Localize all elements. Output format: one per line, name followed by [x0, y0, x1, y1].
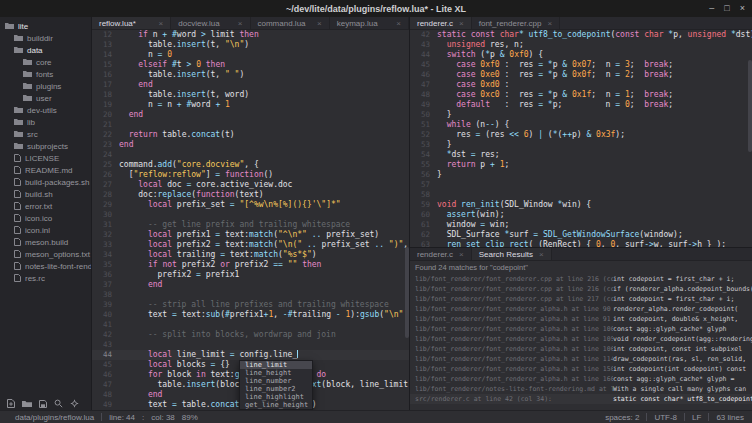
open-folder-button[interactable] [22, 394, 32, 412]
close-icon[interactable]: × [547, 19, 552, 28]
code-line-48[interactable]: 48 case 0xc0 : res = *p & 0x1f; n = 1; b… [410, 90, 752, 100]
tree-item-build.sh[interactable]: build.sh [0, 188, 91, 200]
code-line-43[interactable]: 43 unsigned res, n; [410, 40, 752, 50]
tab-renderer.c[interactable]: renderer.c× [410, 248, 472, 260]
search-result-row[interactable]: lib/font_renderer/font_renderer_alpha.h … [410, 314, 752, 324]
code-line-37[interactable]: 37 end [92, 280, 409, 290]
code-line-52[interactable]: 52 res = (res << 6) | (*(++p) & 0x3f); [410, 130, 752, 140]
search-result-row[interactable]: lib/font_renderer/font_renderer.cpp at l… [410, 274, 752, 284]
close-icon[interactable]: × [159, 19, 164, 28]
search-result-row[interactable]: lib/font_renderer/font_renderer_alpha.h … [410, 304, 752, 314]
maximize-button[interactable]: □ [724, 4, 729, 13]
tree-item-user[interactable]: user [0, 92, 91, 104]
code-line-39[interactable]: 39 -- strip all line prefixes and traili… [92, 300, 409, 310]
search-result-row[interactable]: lib/font_renderer/font_renderer.cpp at l… [410, 294, 752, 304]
tree-item-lite[interactable]: lite [0, 20, 91, 32]
search-result-row[interactable]: src/renderer.c at line 42 (col 34): stat… [410, 394, 752, 404]
code-line-34[interactable]: 34 local trailing = text:match("%s*$") [92, 250, 409, 260]
code-line-44[interactable]: 44 local line_limit = config.line_ [92, 350, 409, 360]
tree-item-dev-utils[interactable]: dev-utils [0, 104, 91, 116]
code-line-31[interactable]: 31 -- get line prefix and trailing white… [92, 220, 409, 230]
code-line-45[interactable]: 45 case 0xf0 : res = *p & 0x07; n = 3; b… [410, 60, 752, 70]
code-line-49[interactable]: 49 default : res = *p; n = 0; break; [410, 100, 752, 110]
code-line-30[interactable]: 30 [92, 210, 409, 220]
autocomplete-item[interactable]: line_highlight [240, 393, 312, 401]
code-line-42[interactable]: 42 -- split into blocks, wordwrap and jo… [92, 330, 409, 340]
tree-item-core[interactable]: core [0, 56, 91, 68]
settings-button[interactable] [70, 394, 79, 412]
code-line-28[interactable]: 28 doc:replace(function(text) [92, 190, 409, 200]
code-line-25[interactable]: 25command.add("core.docview", { [92, 160, 409, 170]
tab-docview.lua[interactable]: docview.lua× [171, 17, 250, 29]
code-line-61[interactable]: 61 window = win; [410, 220, 752, 230]
code-line-59[interactable]: 59void ren_init(SDL_Window *win) { [410, 200, 752, 210]
minimize-button[interactable]: – [709, 4, 714, 13]
close-icon[interactable]: × [396, 19, 401, 28]
autocomplete-item[interactable]: get_line_height [240, 401, 312, 409]
code-line-53[interactable]: 53 } [410, 140, 752, 150]
tree-item-fonts[interactable]: fonts [0, 68, 91, 80]
right-scrollbar-thumb[interactable] [748, 60, 752, 151]
code-line-54[interactable]: 54 *dst = res; [410, 150, 752, 160]
tree-item-src[interactable]: src [0, 128, 91, 140]
tree-item-error.txt[interactable]: error.txt [0, 200, 91, 212]
tree-item-readme.md[interactable]: README.md [0, 164, 91, 176]
code-line-42[interactable]: 42static const char* utf8_to_codepoint(c… [410, 30, 752, 40]
code-line-19[interactable]: 19 n = n + #word + 1 [92, 100, 409, 110]
right-doc[interactable]: 42static const char* utf8_to_codepoint(c… [410, 30, 752, 247]
tab-renderer.c[interactable]: renderer.c× [410, 17, 472, 29]
code-line-36[interactable]: 36 prefix2 = prefix1 [92, 270, 409, 280]
code-line-12[interactable]: 12 if n + #word > limit then [92, 30, 409, 40]
code-line-16[interactable]: 16 table.insert(t, " ") [92, 70, 409, 80]
code-line-50[interactable]: 50 } [410, 110, 752, 120]
tree-item-lib[interactable]: lib [0, 116, 91, 128]
code-line-15[interactable]: 15 elseif #t > 0 then [92, 60, 409, 70]
code-line-17[interactable]: 17 end [92, 80, 409, 90]
tab-reflow.lua-[interactable]: reflow.lua*× [92, 17, 171, 29]
search-result-row[interactable]: lib/font_renderer/notes-lite-font-render… [410, 384, 752, 394]
code-line-13[interactable]: 13 table.insert(t, "\n") [92, 40, 409, 50]
tab-font-renderer.cpp[interactable]: font_renderer.cpp× [472, 17, 560, 29]
code-line-40[interactable]: 40 text = text:sub(#prefix1+1, -#trailin… [92, 310, 409, 320]
tree-item-icon.inl[interactable]: icon.inl [0, 224, 91, 236]
code-line-33[interactable]: 33 local prefix2 = text:match("\n(" .. p… [92, 240, 409, 250]
code-line-55[interactable]: 55 return p + 1; [410, 160, 752, 170]
code-line-29[interactable]: 29 local prefix_set = "[^%w\n%[%](){}'\"… [92, 200, 409, 210]
tree-item-notes-lite-font-rendering.md[interactable]: notes-lite-font-rendering.md [0, 260, 91, 272]
code-line-60[interactable]: 60 assert(win); [410, 210, 752, 220]
code-line-51[interactable]: 51 while (n--) { [410, 120, 752, 130]
autocomplete-item[interactable]: line_number2 [240, 385, 312, 393]
tree-item-build-packages.sh[interactable]: build-packages.sh [0, 176, 91, 188]
autocomplete-item[interactable]: line_number [240, 377, 312, 385]
close-button[interactable]: × [740, 4, 745, 13]
tree-item-subprojects[interactable]: subprojects [0, 140, 91, 152]
search-button[interactable] [54, 394, 63, 412]
code-line-14[interactable]: 14 n = 0 [92, 50, 409, 60]
left-doc[interactable]: 12 if n + #word > limit then13 table.ins… [92, 30, 409, 410]
tab-command.lua[interactable]: command.lua× [251, 17, 330, 29]
tab-search-results[interactable]: Search Results× [472, 248, 552, 260]
code-line-56[interactable]: 56} [410, 170, 752, 180]
code-line-32[interactable]: 32 local prefix1 = text:match("^\n*" .. … [92, 230, 409, 240]
search-result-row[interactable]: lib/font_renderer/font_renderer_alpha.h … [410, 374, 752, 384]
code-line-22[interactable]: 22 return table.concat(t) [92, 130, 409, 140]
tree-item-meson.build[interactable]: meson.build [0, 236, 91, 248]
tree-item-icon.ico[interactable]: icon.ico [0, 212, 91, 224]
code-line-43[interactable]: 43 [92, 340, 409, 350]
code-line-57[interactable]: 57 [410, 180, 752, 190]
close-icon[interactable]: × [459, 250, 464, 259]
code-line-58[interactable]: 58 [410, 190, 752, 200]
tree-item-builddir[interactable]: builddir [0, 32, 91, 44]
new-file-button[interactable] [7, 394, 15, 412]
search-result-row[interactable]: lib/font_renderer/font_renderer_alpha.h … [410, 344, 752, 354]
search-result-row[interactable]: lib/font_renderer/font_renderer_alpha.h … [410, 334, 752, 344]
code-line-47[interactable]: 47 case 0xd0 : [410, 80, 752, 90]
close-icon[interactable]: × [539, 250, 544, 259]
code-line-44[interactable]: 44 switch (*p & 0xf0) { [410, 50, 752, 60]
close-icon[interactable]: × [238, 19, 243, 28]
left-scrollbar-thumb[interactable] [405, 247, 409, 338]
autocomplete-item[interactable]: line_limit [240, 361, 312, 369]
save-button[interactable] [39, 394, 47, 412]
tree-item-meson-options.txt[interactable]: meson_options.txt [0, 248, 91, 260]
code-line-24[interactable]: 24 [92, 150, 409, 160]
